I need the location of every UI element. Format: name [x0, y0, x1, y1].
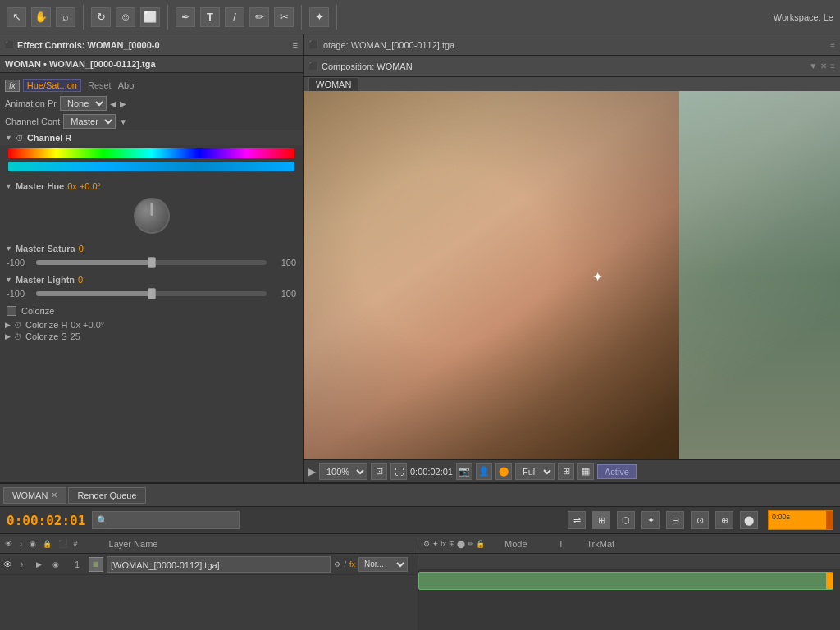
master-light-slider-row: -100 100	[0, 286, 303, 301]
tool-star[interactable]: ✦	[309, 7, 329, 27]
preview-tab-woman[interactable]: WOMAN	[308, 77, 358, 91]
tl-tool-3[interactable]: ⬡	[617, 511, 635, 529]
timeline-tab-woman[interactable]: WOMAN ✕	[3, 487, 66, 504]
master-hue-value[interactable]: 0x +0.0°	[67, 181, 101, 191]
layer-audio[interactable]: ♪	[20, 560, 33, 568]
tl-tool-4[interactable]: ✦	[641, 511, 660, 529]
colorize-s-clock: ⏱	[14, 332, 22, 341]
tool-puppet[interactable]: ☺	[116, 7, 135, 27]
tl-tool-5[interactable]: ⊟	[666, 511, 684, 529]
master-sat-header[interactable]: ▼ Master Satura 0	[0, 242, 303, 255]
preview-footer: ▶ 100% ⊡ ⛶ 0:00:02:01 📷 👤 ⬤ Full ⊞	[304, 459, 840, 482]
crosshair-icon: ✦	[592, 269, 605, 282]
tool-pen[interactable]: ✒	[176, 7, 195, 27]
panel-menu-icon[interactable]: ≡	[293, 40, 298, 50]
footage-menu[interactable]: ≡	[830, 40, 835, 49]
tl-tool-7[interactable]: ⊕	[715, 511, 733, 529]
tool-zoom[interactable]: ⌕	[56, 7, 75, 27]
tool-text[interactable]: T	[200, 7, 220, 27]
comp-collapse[interactable]: ▼	[809, 62, 817, 71]
tl-tool-6[interactable]: ⊙	[691, 511, 709, 529]
master-sat-value[interactable]: 0	[79, 244, 84, 253]
timeline-tab-woman-close[interactable]: ✕	[51, 491, 57, 500]
tl-tool-2[interactable]: ⊞	[592, 511, 610, 529]
prev-arrow[interactable]: ◀	[110, 99, 116, 108]
channel-r-triangle: ▼	[5, 134, 12, 142]
track-bar[interactable]	[418, 572, 833, 590]
layer-expand[interactable]: ▶	[36, 560, 49, 568]
footage-title: otage: WOMAN_[0000-0112].tga	[323, 40, 454, 50]
light-slider-track[interactable]	[36, 291, 267, 296]
toolbar-sep1	[83, 5, 84, 30]
layer-switch-icon[interactable]: ⚙	[334, 560, 340, 568]
channel-control-select[interactable]: Master	[63, 114, 116, 129]
table-row: 👁 ♪ ▶ ◉ 1 ▦ [WOMAN_[0000-0112].tga] ⚙ / …	[0, 554, 418, 575]
comp-menu[interactable]: ≡	[830, 62, 835, 71]
master-light-header[interactable]: ▼ Master Lightn 0	[0, 273, 303, 286]
effect-name[interactable]: Hue/Sat...on	[23, 79, 81, 92]
preview-canvas: ✦	[304, 91, 840, 459]
tool-rotate[interactable]: ↻	[91, 7, 111, 27]
preview-header: ⬛ otage: WOMAN_[0000-0112].tga ≡	[304, 34, 840, 56]
about-button[interactable]: Abo	[118, 80, 135, 90]
timeline-tab-render[interactable]: Render Queue	[68, 487, 145, 504]
comp-panel-header: ⬛ Composition: WOMAN ▼ ✕ ≡	[304, 56, 840, 77]
layer-fx-icon[interactable]: /	[344, 560, 346, 568]
timeline-layer-headers: 👁 ♪ ◉ 🔒 ⬛ # Layer Name	[0, 539, 418, 549]
layer-eye[interactable]: 👁	[3, 559, 16, 569]
light-slider-thumb[interactable]	[148, 288, 156, 299]
channel-r-section[interactable]: ▼ ⏱ Channel R	[0, 130, 303, 145]
colorize-h-value[interactable]: 0x +0.0°	[71, 320, 104, 330]
comp-close[interactable]: ✕	[820, 62, 827, 71]
layer-fx-badge[interactable]: fx	[349, 560, 355, 568]
time-bar-end	[826, 511, 833, 529]
play-btn[interactable]: ▶	[308, 466, 316, 477]
camera-icon[interactable]: 📷	[456, 463, 472, 480]
header-color-icon: ⬛	[58, 540, 67, 548]
tool-hand[interactable]: ✋	[31, 7, 51, 27]
footage-icon[interactable]: ⬛	[308, 40, 318, 49]
reset-button[interactable]: Reset	[84, 80, 115, 91]
full-screen-icon[interactable]: ⛶	[390, 463, 407, 480]
light-min: -100	[7, 289, 31, 299]
grid-icon[interactable]: ⊞	[558, 463, 574, 480]
color-icon[interactable]: ⬤	[495, 463, 512, 480]
header-eye-icon: 👁	[5, 540, 12, 548]
active-badge[interactable]: Active	[597, 464, 637, 479]
checkerboard-icon[interactable]: ▦	[578, 463, 594, 480]
col-trkmat: TrkMat	[587, 539, 614, 549]
toolbar-sep2	[167, 5, 168, 30]
next-arrow[interactable]: ▶	[120, 99, 126, 108]
sat-slider-fill	[36, 260, 152, 265]
channel-down-arrow[interactable]: ▼	[119, 117, 127, 126]
master-hue-header[interactable]: ▼ Master Hue 0x +0.0°	[0, 180, 303, 193]
toolbar-sep3	[301, 5, 302, 30]
layer-name[interactable]: [WOMAN_[0000-0112].tga]	[107, 556, 331, 573]
colorize-s-value[interactable]: 25	[71, 331, 80, 341]
layer-solo[interactable]: ◉	[52, 560, 66, 568]
master-light-value[interactable]: 0	[78, 275, 83, 285]
person-icon[interactable]: 👤	[476, 463, 492, 480]
tl-tool-8[interactable]: ⬤	[740, 511, 758, 529]
tl-tool-1[interactable]: ⇌	[568, 511, 586, 529]
fit-icon[interactable]: ⊡	[371, 463, 387, 480]
tool-eraser[interactable]: ✂	[274, 7, 294, 27]
quality-select[interactable]: Full	[515, 463, 555, 480]
tool-brush[interactable]: ✏	[249, 7, 269, 27]
sat-slider-track[interactable]	[36, 260, 267, 265]
portrait-bg: ✦	[304, 91, 840, 459]
sat-slider-thumb[interactable]	[148, 257, 156, 268]
anim-preset-select[interactable]: None	[60, 96, 107, 111]
zoom-select[interactable]: 100%	[319, 463, 368, 480]
layer-mode-select[interactable]: Nor...	[358, 557, 408, 572]
tool-rect[interactable]: ⬜	[140, 7, 160, 27]
timeline-timecode[interactable]: 0:00:02:01	[7, 513, 85, 528]
sat-min: -100	[7, 258, 31, 267]
master-hue-knob[interactable]	[134, 198, 170, 234]
tool-select[interactable]: ↖	[7, 7, 26, 27]
effect-controls-subheader: WOMAN • WOMAN_[0000-0112].tga	[0, 56, 303, 73]
tool-line[interactable]: /	[225, 7, 244, 27]
colorize-checkbox[interactable]	[7, 306, 16, 316]
timeline-search[interactable]	[92, 511, 240, 529]
col-mode: Mode	[504, 539, 527, 549]
